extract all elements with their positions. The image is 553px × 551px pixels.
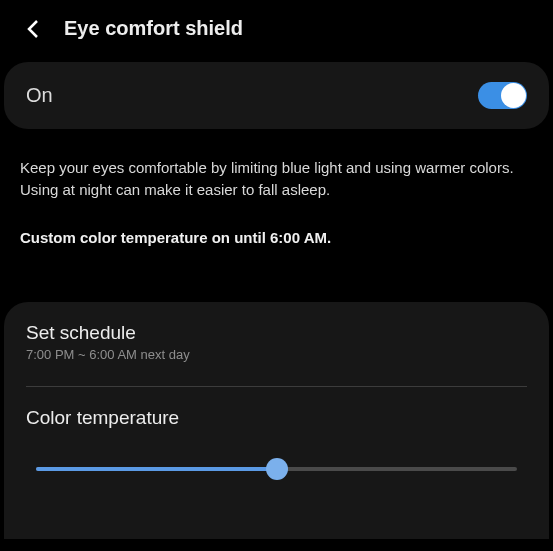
page-title: Eye comfort shield [64, 17, 243, 40]
schedule-title: Set schedule [26, 322, 527, 344]
toggle-label: On [26, 84, 53, 107]
toggle-row: On [4, 62, 549, 129]
header: Eye comfort shield [0, 0, 553, 57]
info-section: Keep your eyes comfortable by limiting b… [0, 129, 553, 280]
info-status: Custom color temperature on until 6:00 A… [20, 227, 533, 248]
color-temp-slider[interactable] [36, 459, 517, 479]
color-temperature-section: Color temperature [4, 387, 549, 509]
settings-card: Set schedule 7:00 PM ~ 6:00 AM next day … [4, 302, 549, 539]
toggle-card: On [4, 62, 549, 129]
back-icon[interactable] [22, 18, 44, 40]
info-description: Keep your eyes comfortable by limiting b… [20, 157, 533, 201]
schedule-range: 7:00 PM ~ 6:00 AM next day [26, 347, 527, 362]
toggle-thumb [501, 83, 526, 108]
set-schedule-row[interactable]: Set schedule 7:00 PM ~ 6:00 AM next day [4, 302, 549, 374]
slider-fill [36, 467, 277, 471]
eye-comfort-toggle[interactable] [478, 82, 527, 109]
slider-thumb[interactable] [266, 458, 288, 480]
color-temp-title: Color temperature [26, 407, 527, 429]
